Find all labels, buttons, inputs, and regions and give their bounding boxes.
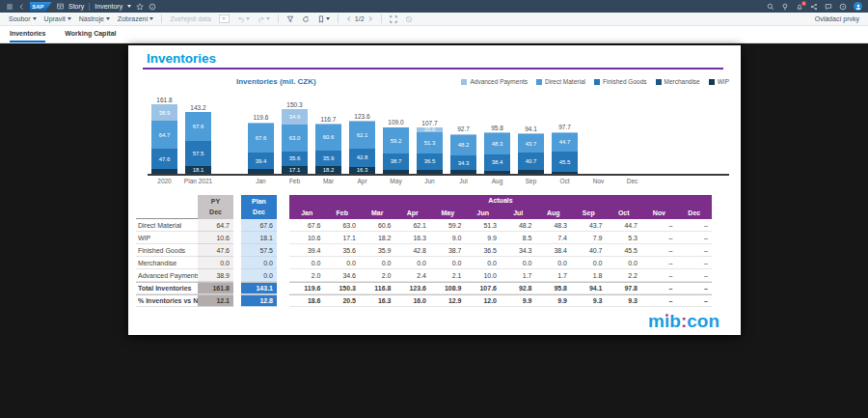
cell-oct[interactable]: 5.3 [607, 232, 642, 244]
stacked-bar-aug[interactable]: 38.448.3 [484, 132, 510, 174]
cell-apr[interactable]: 62.1 [395, 219, 431, 232]
cell-plan-value[interactable]: 18.1 [241, 232, 277, 244]
help-icon[interactable]: ? [839, 3, 847, 11]
bar-segment-direct-material[interactable]: 67.6 [185, 112, 211, 141]
cell-dec[interactable]: – [677, 269, 713, 282]
cell-plan-value[interactable]: 0.0 [241, 257, 277, 269]
bar-segment-wip[interactable] [484, 171, 510, 174]
cell-plan-value[interactable]: 143.1 [241, 282, 277, 294]
bar-segment-advanced-payments[interactable]: 34.6 [282, 109, 308, 124]
back-icon[interactable] [18, 3, 25, 11]
share-icon[interactable] [810, 3, 818, 11]
cell-may[interactable]: 59.2 [430, 219, 466, 232]
bar-segment-wip[interactable] [248, 169, 274, 174]
cell-jun[interactable]: 51.3 [466, 219, 502, 232]
bar-segment-wip[interactable] [151, 169, 177, 174]
cell-sep[interactable]: 1.8 [571, 269, 607, 282]
bar-segment-wip[interactable] [552, 172, 578, 174]
cell-may[interactable]: 2.1 [430, 269, 466, 282]
month-header-mar[interactable]: Mar [360, 206, 395, 219]
stop-refresh-icon[interactable] [405, 15, 413, 23]
cell-mar[interactable]: 116.8 [360, 282, 395, 294]
row-label[interactable]: Advanced Payments [136, 269, 198, 282]
bookmark-icon[interactable] [317, 15, 330, 23]
menu-soubor[interactable]: Soubor [9, 15, 37, 22]
cell-sep[interactable]: 9.3 [571, 294, 607, 307]
cell-aug[interactable]: 95.8 [536, 282, 572, 294]
cell-feb[interactable]: 17.1 [325, 232, 361, 244]
cell-plan-value[interactable]: 12.8 [241, 294, 277, 307]
bar-segment-finished-goods[interactable]: 38.7 [383, 153, 409, 170]
bar-segment-direct-material[interactable]: 60.6 [315, 125, 341, 151]
cell-dec[interactable]: – [677, 219, 713, 232]
menu-nastroje[interactable]: Nástroje [79, 15, 110, 22]
cell-feb[interactable]: 34.6 [325, 269, 361, 282]
cell-jul[interactable]: 92.8 [501, 282, 536, 294]
cell-sep[interactable]: 40.7 [571, 244, 607, 257]
cell-mar[interactable]: 35.9 [360, 244, 395, 257]
cell-py-value[interactable]: 47.6 [198, 244, 233, 257]
cell-apr[interactable]: 0.0 [395, 257, 431, 269]
cell-aug[interactable]: 38.4 [536, 244, 572, 257]
chevron-down-icon[interactable] [127, 5, 131, 8]
month-header-aug[interactable]: Aug [536, 206, 572, 219]
menu-icon[interactable] [6, 3, 14, 11]
cell-oct[interactable]: 44.7 [607, 219, 642, 232]
bar-segment-advanced-payments[interactable]: 38.9 [151, 104, 177, 121]
bar-segment-direct-material[interactable]: 62.1 [349, 122, 375, 149]
cell-jul[interactable]: 1.7 [501, 269, 536, 282]
cell-may[interactable]: 108.9 [430, 282, 466, 294]
month-header-jun[interactable]: Jun [466, 206, 502, 219]
cell-dec[interactable]: – [677, 232, 713, 244]
bar-segment-direct-material[interactable]: 43.7 [518, 134, 544, 153]
stacked-bar-feb[interactable]: 17.135.663.034.6 [282, 109, 308, 174]
column-header-actuals[interactable]: Actuals JanFebMarAprMayJunJulAugSepOctNo… [289, 195, 712, 219]
cell-nov[interactable]: – [641, 294, 677, 307]
stacked-bar-apr[interactable]: 16.342.862.1 [349, 121, 375, 174]
month-header-sep[interactable]: Sep [571, 206, 607, 219]
bar-segment-finished-goods[interactable]: 40.7 [518, 153, 544, 170]
cell-nov[interactable]: – [641, 232, 677, 244]
bar-segment-wip[interactable]: 17.1 [282, 166, 308, 174]
favorite-star-icon[interactable] [136, 3, 144, 11]
cell-plan-value[interactable]: 0.0 [241, 269, 277, 282]
cell-sep[interactable]: 0.0 [571, 257, 607, 269]
cell-jun[interactable]: 12.0 [466, 294, 502, 307]
publish-data-button[interactable]: Zveřejnit data [170, 15, 210, 22]
row-label[interactable]: Finished Goods [136, 244, 198, 257]
cell-nov[interactable]: – [641, 219, 677, 232]
cell-mar[interactable]: 2.0 [360, 269, 395, 282]
cell-jun[interactable]: 9.9 [466, 232, 502, 244]
cell-mar[interactable]: 60.6 [360, 219, 395, 232]
month-header-jan[interactable]: Jan [289, 206, 325, 219]
comments-icon[interactable] [825, 3, 832, 11]
cell-py-value[interactable]: 161.8 [198, 282, 233, 294]
bar-segment-wip[interactable] [518, 170, 544, 174]
cell-dec[interactable]: – [677, 257, 713, 269]
row-label[interactable]: Merchandise [136, 257, 198, 269]
cell-oct[interactable]: 45.5 [607, 244, 642, 257]
refresh-icon[interactable] [302, 15, 310, 23]
month-header-jul[interactable]: Jul [501, 206, 536, 219]
next-page-icon[interactable] [367, 15, 373, 22]
cell-may[interactable]: 9.0 [430, 232, 466, 244]
column-header-py[interactable]: PY Dec [198, 195, 233, 219]
bar-segment-direct-material[interactable]: 51.3 [417, 132, 443, 154]
cell-dec[interactable]: – [677, 244, 713, 257]
legend-item-wip[interactable]: WIP [709, 78, 729, 85]
user-avatar[interactable] [854, 2, 862, 11]
cell-jul[interactable]: 48.2 [501, 219, 536, 232]
cell-dec[interactable]: – [677, 294, 713, 307]
row-label[interactable]: WIP [136, 232, 198, 244]
row-label[interactable]: % Inventories vs Net ... [136, 294, 198, 307]
row-label[interactable]: Total Inventories [136, 282, 198, 294]
cell-aug[interactable]: 1.7 [536, 269, 572, 282]
cell-sep[interactable]: 94.1 [571, 282, 607, 294]
month-header-apr[interactable]: Apr [395, 206, 431, 219]
stacked-bar-plan-2021[interactable]: 18.157.567.6 [185, 112, 211, 174]
cell-plan-value[interactable]: 57.5 [241, 244, 277, 257]
cell-aug[interactable]: 9.9 [536, 294, 572, 307]
notifications-bell-icon[interactable]: 6 [796, 3, 803, 11]
bar-segment-finished-goods[interactable]: 35.9 [315, 151, 341, 166]
month-header-may[interactable]: May [430, 206, 466, 219]
